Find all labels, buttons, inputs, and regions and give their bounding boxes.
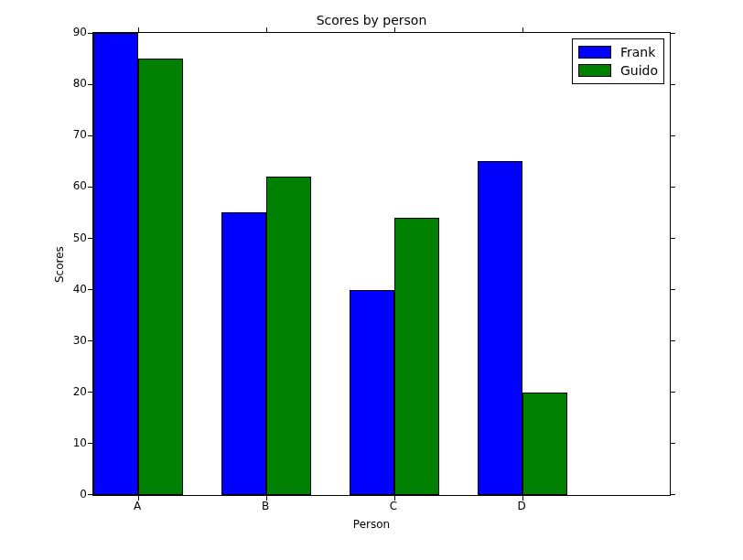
bar-guido-c [394,218,439,495]
y-tick-label: 50 [50,232,87,244]
legend: Frank Guido [572,38,664,84]
legend-label: Frank [620,45,655,59]
legend-item-frank: Frank [578,43,658,61]
legend-item-guido: Guido [578,61,658,80]
y-tick-label: 40 [50,283,87,296]
y-tick [670,392,675,393]
x-tick [266,27,267,33]
bar-frank-c [350,290,394,495]
y-axis-label: Scores [53,246,66,283]
x-tick-label: D [494,500,549,512]
bar-guido-b [266,177,311,495]
chart-figure: Scores by person Scores Person 0 10 20 3… [0,0,743,560]
bar-guido-d [522,393,567,495]
y-tick-label: 70 [50,128,87,141]
legend-swatch-frank [578,46,611,59]
bar-frank-d [478,161,522,495]
x-tick [394,27,395,33]
y-tick-label: 20 [50,385,87,398]
plot-area: Frank Guido [92,32,671,496]
x-tick-label: B [238,500,293,512]
bar-frank-b [221,212,266,495]
y-tick [670,340,675,341]
chart-title: Scores by person [0,13,743,27]
y-tick [670,443,675,444]
y-tick [670,187,675,188]
legend-label: Guido [620,63,658,78]
x-tick [522,27,523,33]
x-tick-label: A [110,500,165,512]
y-tick [670,33,675,34]
y-tick [670,494,675,495]
y-tick [670,289,675,290]
y-tick-label: 90 [50,26,87,38]
x-tick-label: C [366,500,421,512]
bar-frank-a [93,33,138,495]
x-axis-label: Person [0,518,743,531]
y-tick-label: 0 [50,488,87,501]
y-tick [670,238,675,239]
legend-swatch-guido [578,64,611,77]
y-tick [670,84,675,85]
y-tick-label: 80 [50,77,87,90]
bar-guido-a [138,59,183,495]
y-tick-label: 30 [50,334,87,347]
y-tick-label: 60 [50,179,87,192]
y-tick-label: 10 [50,436,87,449]
y-tick [670,135,675,136]
x-tick [138,27,139,33]
